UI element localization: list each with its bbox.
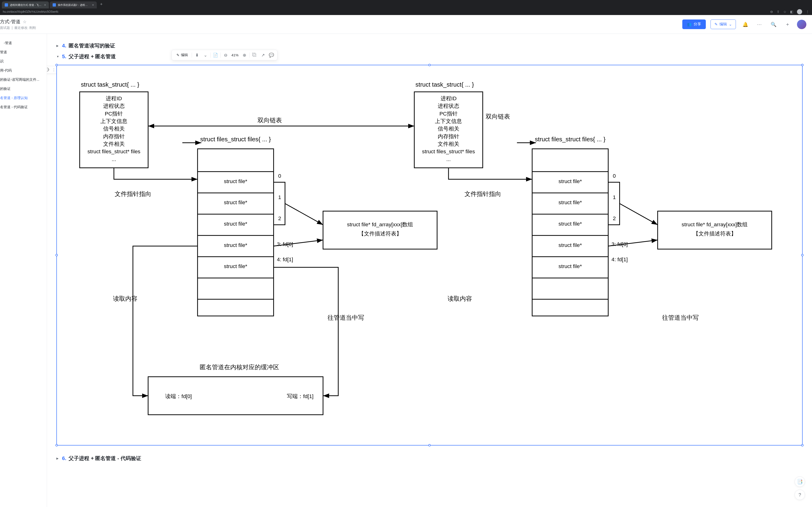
label: struct files_struct files{ ... } (535, 136, 606, 143)
browser-tab[interactable]: 进程间通信方式-管道 - 飞书云文档 × (2, 1, 49, 8)
separator (249, 53, 250, 58)
edit-label: 编辑 (181, 53, 188, 57)
outline-fab[interactable]: 📑 (795, 476, 805, 487)
help-fab[interactable]: ? (795, 490, 805, 500)
zoom-level: 41% (231, 53, 240, 57)
field: 文件相关 (438, 141, 459, 147)
field: struct files_struct* files (87, 148, 140, 155)
collapse-arrow-icon[interactable]: ▶ (56, 44, 60, 47)
share-icon[interactable]: ↗ (259, 52, 266, 59)
toc-item[interactable]: 的验证 (0, 84, 47, 94)
arrow (449, 168, 532, 179)
resize-handle[interactable] (55, 444, 58, 446)
zoom-icon[interactable]: ⊖ (770, 10, 773, 14)
plus-icon[interactable]: ＋ (783, 20, 792, 29)
label: 往管道当中写 (662, 314, 699, 321)
browser-tab[interactable]: 操作系统面试题2：进程间通信方式 × (50, 1, 97, 8)
label: struct task_struct{ ... } (415, 81, 474, 88)
more-icon[interactable]: ⋯ (755, 20, 764, 29)
resize-handle[interactable] (801, 444, 804, 446)
doc-title-area: 方式-管道 ☆ 面试题 | 最近修改: 刚刚 (0, 18, 36, 30)
resize-handle[interactable] (55, 64, 58, 66)
field: 信号相关 (103, 125, 125, 132)
bell-icon[interactable]: 🔔 (741, 20, 750, 29)
heading-5[interactable]: ▼ 5. 父子进程 + 匿名管道 (56, 53, 803, 60)
field: ... (112, 156, 116, 162)
profile-avatar[interactable] (797, 9, 802, 14)
diagram-edit-button[interactable]: ✎ 编辑 (174, 51, 190, 59)
resize-handle[interactable] (801, 64, 804, 66)
search-icon[interactable]: 🔍 (769, 20, 778, 29)
doc-title[interactable]: 方式-管道 (0, 18, 20, 25)
heading-number: 4. (62, 43, 66, 49)
field: struct file* (558, 242, 582, 248)
new-tab-button[interactable]: + (98, 2, 105, 7)
doc-meta-right: 最近修改: 刚刚 (14, 26, 36, 30)
menu-icon[interactable]: ⋮ (806, 10, 809, 14)
label: 4: fd[1] (612, 256, 628, 263)
tab-favicon (5, 3, 8, 7)
url-bar[interactable]: hu.cn/docx/XIcjdhOZfoYxLUxvbhzc5OSwnfc ⊖… (0, 8, 812, 15)
resize-handle[interactable] (428, 64, 431, 66)
close-icon[interactable]: × (92, 3, 94, 7)
chevron-down-icon[interactable]: ⌄ (202, 52, 209, 59)
tab-title: 操作系统面试题2：进程间通信方式 (58, 3, 90, 7)
field: struct file* (558, 221, 582, 227)
diagram-selected-frame[interactable]: struct task_struct{ ... } 进程ID 进程状态 PC指针… (56, 65, 803, 446)
toc-item[interactable]: 用-代码 (0, 66, 47, 75)
toc-item[interactable]: 名管道 - 代码验证 (0, 103, 47, 112)
box (532, 149, 608, 316)
toc-item[interactable]: 识 (0, 57, 47, 66)
page-icon[interactable]: 📄 (212, 52, 219, 59)
field: struct file* (224, 221, 247, 227)
edit-button[interactable]: ✎ 编辑 ⌄ (711, 19, 736, 29)
arrow (133, 246, 198, 396)
zoom-in-icon[interactable]: ⊕ (241, 52, 248, 59)
field: PC指针 (105, 111, 123, 117)
chevron-down-icon: ⌄ (729, 22, 732, 26)
share-icon[interactable]: ⇧ (777, 10, 779, 14)
label: 【文件描述符表】 (693, 230, 737, 237)
box (658, 211, 772, 249)
toc-item[interactable]: -管道 (0, 39, 47, 48)
star-icon[interactable]: ☆ (23, 19, 27, 24)
field: struct files_struct* files (422, 148, 475, 155)
download-icon[interactable]: ⬇ (193, 52, 200, 59)
heading-text: 父子进程 + 匿名管道 (68, 53, 116, 60)
field: 进程状态 (103, 103, 125, 109)
label: 1 (613, 194, 616, 200)
comment-icon[interactable]: 💬 (268, 52, 275, 59)
resize-handle[interactable] (55, 254, 58, 256)
field: 内存指针 (438, 133, 459, 139)
zoom-out-icon[interactable]: ⊖ (222, 52, 229, 59)
collapse-arrow-icon[interactable]: ▶ (56, 457, 60, 460)
heading-number: 6. (62, 455, 66, 461)
toc-item[interactable]: 管道 (0, 48, 47, 57)
heading-number: 5. (62, 54, 66, 60)
resize-handle[interactable] (428, 444, 431, 446)
toc-item-active[interactable]: 名管道 - 原理认知 (0, 94, 47, 103)
heading-4[interactable]: ▶ 4. 匿名管道读写的验证 (56, 42, 803, 49)
user-avatar[interactable] (797, 20, 806, 29)
url-text: hu.cn/docx/XIcjdhOZfoYxLUxvbhzc5OSwnfc (3, 10, 58, 13)
field: 进程ID (106, 95, 122, 101)
heading-6[interactable]: ▶ 6. 父子进程 + 匿名管道 - 代码验证 (56, 455, 803, 462)
extensions-icon[interactable]: ◧ (790, 10, 793, 14)
share-button[interactable]: 👥 分享 (682, 19, 706, 29)
bookmark-icon[interactable]: ☆ (783, 10, 786, 14)
label: 【文件描述符表】 (359, 230, 402, 237)
expand-arrow-icon[interactable]: ▼ (56, 55, 60, 58)
people-icon: 👥 (687, 22, 692, 26)
diagram-toolbar: ✎ 编辑 ⬇ ⌄ 📄 ⊖ 41% ⊕ ⿻ ↗ 💬 (171, 50, 277, 60)
field: 上下文信息 (100, 118, 128, 124)
box (198, 149, 274, 316)
close-icon[interactable]: × (44, 3, 46, 7)
resize-handle[interactable] (801, 254, 804, 256)
toc-item[interactable]: 的验证-读写两端的文件... (0, 75, 47, 84)
copy-icon[interactable]: ⿻ (251, 52, 258, 59)
comment-icon[interactable]: 💬 (47, 67, 50, 72)
sidebar-toc: -管道 管道 识 用-代码 的验证-读写两端的文件... 的验证 名管道 - 原… (0, 34, 47, 507)
label: 0 (613, 173, 616, 179)
field: PC指针 (439, 111, 457, 117)
diagram-svg: struct task_struct{ ... } 进程ID 进程状态 PC指针… (57, 65, 802, 445)
